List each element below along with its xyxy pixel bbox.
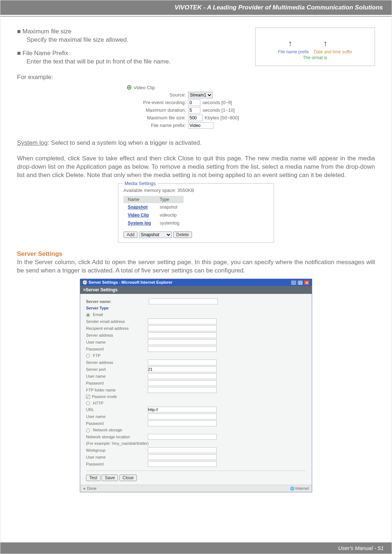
ns-pass-label: Password (86, 461, 148, 467)
ftp-port-input[interactable] (148, 366, 217, 372)
ftp-server-input[interactable] (148, 360, 217, 365)
col-name: Name (123, 196, 155, 203)
ie-icon: 🧭 (82, 280, 89, 284)
ns-radio[interactable] (86, 428, 90, 432)
passive-checkbox[interactable] (86, 395, 90, 399)
prefix-input[interactable] (188, 122, 213, 129)
ns-loc-input[interactable] (148, 434, 217, 440)
for-example-label: For example: (17, 73, 375, 82)
server-name-input[interactable] (149, 299, 218, 304)
status-bar: ●Done Internet (80, 485, 312, 492)
ftp-pass-input[interactable] (148, 380, 217, 386)
ns-workgroup-input[interactable] (148, 447, 217, 453)
preevent-input[interactable] (188, 99, 200, 106)
bullet-max-file-size: ■ Maximum file size (17, 28, 249, 36)
http-user-input[interactable] (148, 414, 217, 419)
maxdur-label: Maximum duration: (127, 107, 188, 114)
email-recipient-label: Recipient email address (86, 326, 148, 331)
preevent-hint: seconds [0~9] (203, 99, 232, 106)
passive-label: Passive mode (92, 394, 117, 399)
ns-label: Network storage (93, 428, 122, 432)
email-pass-label: Password (86, 346, 148, 352)
media-settings-box: Media Settings Available memory space: 3… (118, 183, 274, 243)
preevent-label: Pre-event recording: (127, 99, 188, 106)
ftp-radio[interactable] (86, 354, 90, 358)
email-radio[interactable] (86, 313, 90, 317)
ns-pass-input[interactable] (148, 461, 217, 467)
diagram-suffix-label: Date and time suffix (314, 49, 352, 54)
ftp-folder-input[interactable] (148, 387, 217, 393)
video-clip-form: Video Clip Source: Stream1 Pre-event rec… (127, 85, 265, 129)
server-settings-para: In the Server column, click Add to open … (17, 258, 375, 275)
footer-text: User's Manual - 51 (338, 545, 384, 551)
http-pass-input[interactable] (148, 420, 217, 426)
maxsize-label: Maximum file size: (127, 115, 188, 121)
header-title: VIVOTEK - A Leading Provider of Multimed… (175, 4, 383, 11)
email-user-label: User name (86, 340, 148, 345)
maxsize-input[interactable] (188, 115, 203, 121)
server-settings-heading: Server Settings (17, 250, 375, 258)
ftp-user-label: User name (86, 374, 148, 379)
media-link-snapshot[interactable]: Snapshot (128, 205, 148, 210)
email-sender-input[interactable] (148, 319, 217, 324)
delete-button[interactable]: Delete (173, 231, 192, 238)
email-pass-input[interactable] (148, 346, 217, 352)
page-footer: User's Manual - 51 (0, 542, 392, 554)
status-zone: Internet (290, 486, 309, 491)
email-recipient-input[interactable] (148, 325, 217, 331)
source-label: Source: (127, 92, 188, 98)
filename-diagram: ↑ ↑ File name prefix Date and time suffi… (255, 28, 375, 66)
content-area: ■ Maximum file size Specify the maximal … (0, 17, 392, 514)
email-user-input[interactable] (148, 339, 217, 345)
minimize-icon[interactable]: _ (291, 280, 297, 285)
media-link-videoclip[interactable]: Video Clip (128, 213, 149, 218)
close-icon[interactable]: ✕ (304, 280, 310, 285)
col-type: Type (155, 196, 184, 203)
bullet-file-name-prefix: ■ File Name Prefix (17, 49, 249, 58)
diagram-format-label: The ormat is (265, 55, 365, 61)
media-settings-legend: Media Settings (123, 180, 158, 187)
status-done: Done (87, 486, 97, 491)
maxsize-hint: Kbytes [50~800] (205, 115, 239, 121)
email-label: Email (93, 312, 103, 317)
ns-user-input[interactable] (148, 454, 217, 460)
ftp-server-label: Server address (86, 360, 148, 365)
table-row: System log systemlog (123, 219, 184, 227)
http-url-label: URL (86, 407, 148, 413)
ftp-user-input[interactable] (148, 373, 217, 379)
http-pass-label: Password (86, 421, 148, 426)
http-label: HTTP (93, 401, 103, 405)
media-type-cell: snapshot (155, 203, 184, 211)
email-sender-label: Sender email address (86, 319, 148, 324)
http-radio[interactable] (86, 401, 90, 405)
window-titlebar: 🧭 Server Settings - Microsoft Internet E… (80, 279, 312, 286)
page-header: VIVOTEK - A Leading Provider of Multimed… (0, 0, 392, 15)
media-link-systemlog[interactable]: System log (128, 221, 151, 226)
email-server-input[interactable] (148, 332, 217, 338)
source-select[interactable]: Stream1 (188, 92, 213, 98)
arrows-icon: ↑ ↑ (265, 38, 365, 49)
diagram-prefix-label: File name prefix (278, 49, 309, 54)
video-clip-radio[interactable] (127, 85, 131, 90)
test-button[interactable]: Test (86, 475, 101, 481)
file-name-prefix-desc: Enter the text that will be put in front… (26, 58, 249, 66)
media-table: Name Type Snapshot snapshot Video Clip v… (123, 196, 184, 227)
close-button[interactable]: Close (119, 475, 137, 481)
http-url-input[interactable] (148, 407, 217, 413)
media-type-cell: videoclip (155, 211, 184, 219)
add-button[interactable]: Add (123, 231, 138, 238)
maximize-icon[interactable]: ▢ (297, 280, 303, 285)
server-settings-window: 🧭 Server Settings - Microsoft Internet E… (80, 279, 312, 492)
system-log-lead: System log (17, 139, 48, 146)
maxdur-input[interactable] (188, 107, 200, 114)
done-icon: ● (83, 486, 86, 491)
email-server-label: Server address (86, 333, 148, 338)
available-memory: Available memory space: 3550KB (123, 187, 269, 194)
maxdur-hint: seconds [1~10] (203, 107, 235, 114)
server-type-label: Server Type (86, 305, 306, 311)
ns-example: (For example: \\my_nas\disk\folder) (86, 441, 306, 446)
media-dropdown[interactable]: Snapshot (139, 231, 172, 238)
ftp-folder-label: FTP folder name (86, 387, 148, 393)
save-button[interactable]: Save (102, 475, 118, 481)
system-log-desc: : Select to send a system log when a tri… (48, 139, 201, 146)
